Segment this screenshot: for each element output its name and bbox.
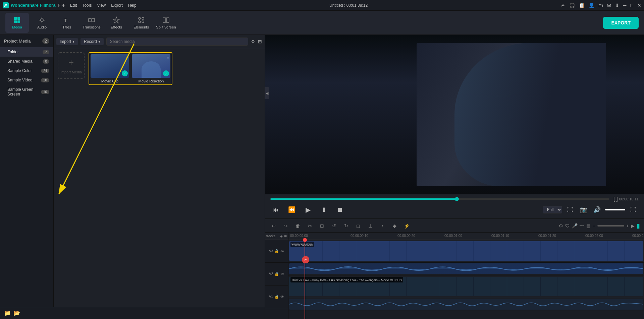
export-button[interactable]: EXPORT	[603, 17, 639, 29]
menu-tools[interactable]: Tools	[82, 3, 92, 8]
nav-item-folder[interactable]: Folder 2	[0, 47, 53, 57]
envelope-icon[interactable]: ✉	[607, 3, 611, 8]
redo-button[interactable]: ↪	[281, 221, 290, 231]
maximize-button[interactable]: □	[631, 3, 633, 8]
mask-button[interactable]: ◻	[354, 221, 363, 231]
undo-button[interactable]: ↩	[269, 221, 278, 231]
arrange-icon[interactable]: ≡	[284, 234, 287, 239]
nav-item-sample-green-screen[interactable]: Sample Green Screen 10	[0, 85, 53, 99]
movie-clip-options-icon[interactable]: ≡	[125, 56, 128, 60]
step-back-button[interactable]: ⏮	[270, 204, 281, 215]
pause-button[interactable]: ⏸	[319, 204, 329, 215]
clipboard-icon[interactable]: 📋	[579, 3, 585, 8]
crop-button[interactable]: ⊡	[317, 221, 327, 231]
menu-file[interactable]: File	[58, 3, 64, 8]
track-v2-label: V2	[269, 272, 273, 276]
bracket-left[interactable]: [	[613, 196, 615, 202]
close-button[interactable]: ✕	[637, 3, 641, 8]
track-row-v2	[288, 263, 644, 275]
nav-item-sample-video[interactable]: Sample Video 20	[0, 75, 53, 85]
sample-color-label: Sample Color	[7, 68, 32, 73]
track-v2-lock-icon[interactable]: 🔒	[274, 272, 279, 276]
menu-help[interactable]: Help	[128, 3, 137, 8]
tab-effects[interactable]: Effects	[105, 13, 128, 33]
titlebar: W Wondershare Filmora File Edit Tools Vi…	[0, 0, 644, 11]
tab-media[interactable]: Media	[5, 13, 29, 33]
import-media-button[interactable]: + Import Media	[58, 52, 85, 79]
import-button[interactable]: Import ▾	[56, 38, 78, 45]
zoom-slider[interactable]	[597, 225, 624, 227]
tab-transitions[interactable]: Transitions	[80, 13, 103, 33]
tl-zoom-out-icon[interactable]: −	[593, 223, 595, 229]
sun-icon[interactable]: ☀	[561, 3, 565, 8]
media-item-movie-reaction[interactable]: ✓ ≡ Movie Reaction	[132, 54, 170, 83]
media-toolbar: Import ▾ Record ▾ ⚙ ⊞	[54, 35, 265, 48]
delete-button[interactable]: 🗑	[293, 221, 303, 231]
back-button[interactable]: ↺	[329, 221, 339, 231]
track-v3-lock-icon[interactable]: 🔒	[274, 249, 279, 253]
scissors-button[interactable]: ✂	[305, 221, 315, 231]
tl-settings-icon[interactable]: ⚙	[559, 223, 563, 229]
play-button[interactable]: ▶	[303, 204, 313, 215]
grid-view-icon[interactable]: ⊞	[258, 39, 262, 44]
tl-play-icon[interactable]: ▶	[631, 223, 635, 229]
quality-select[interactable]: Full 1/2 1/4	[543, 206, 562, 213]
nav-item-sample-color[interactable]: Sample Color 24	[0, 66, 53, 75]
add-track-icon[interactable]: +	[280, 234, 283, 239]
fullscreen-button[interactable]: ⛶	[628, 204, 639, 215]
volume-button[interactable]: 🔊	[592, 204, 602, 215]
volume-slider[interactable]	[605, 209, 625, 210]
mailbox-icon[interactable]: 🗃	[598, 3, 603, 8]
menu-edit[interactable]: Edit	[70, 3, 77, 8]
headphone-icon[interactable]: 🎧	[569, 3, 575, 8]
frame-back-button[interactable]: ⏪	[286, 204, 297, 215]
tab-split-screen[interactable]: Split Screen	[154, 13, 178, 33]
tl-audio-wave-icon[interactable]: 〰	[580, 223, 584, 229]
split-button[interactable]: ⊥	[366, 221, 375, 231]
tab-audio[interactable]: Audio	[30, 13, 54, 33]
bracket-right[interactable]: ]	[616, 196, 618, 202]
track-v1-eye-icon[interactable]: 👁	[280, 295, 284, 299]
track-v1-lock-icon[interactable]: 🔒	[274, 295, 279, 299]
tab-elements[interactable]: Elements	[129, 13, 153, 33]
svg-rect-5	[17, 20, 20, 23]
new-folder-icon[interactable]: 📁	[4, 310, 11, 316]
minimize-button[interactable]: ─	[623, 3, 627, 8]
tab-effects-label: Effects	[111, 25, 122, 29]
media-selection-box: ✓ ≡ Movie Clip	[89, 52, 172, 85]
menu-export[interactable]: Export	[111, 3, 123, 8]
timeline-toolbar: ↩ ↪ 🗑 ✂ ⊡ ↺ ↻ ◻ ⊥ ♪ ◆ ⚡ ⚙ 🛡 🎤 〰 ▤ −	[265, 219, 644, 233]
search-input[interactable]	[106, 38, 248, 46]
tl-zoom-in-icon[interactable]: +	[626, 223, 629, 229]
sample-green-screen-label: Sample Green Screen	[7, 87, 41, 97]
track-v2-eye-icon[interactable]: 👁	[280, 272, 284, 276]
media-item-movie-clip[interactable]: ✓ ≡ Movie Clip	[91, 54, 129, 83]
nav-item-shared-media[interactable]: Shared Media 0	[0, 57, 53, 66]
progress-bar[interactable]	[270, 198, 609, 200]
preview-area	[265, 35, 644, 194]
svg-rect-14	[163, 18, 166, 22]
menu-view[interactable]: View	[97, 3, 106, 8]
sidebar-collapse-button[interactable]: ◀	[265, 87, 269, 99]
tab-titles[interactable]: T Titles	[55, 13, 78, 33]
tab-titles-label: Titles	[62, 25, 71, 29]
record-button[interactable]: Record ▾	[80, 38, 104, 45]
tl-shield-icon[interactable]: 🛡	[565, 223, 570, 229]
keyframe-button[interactable]: ◆	[390, 221, 399, 231]
audio-tool-button[interactable]: ♪	[378, 221, 387, 231]
stop-button[interactable]: ⏹	[335, 204, 345, 215]
forward-button[interactable]: ↻	[341, 221, 351, 231]
project-media-label: Project Media	[4, 39, 31, 44]
screen-fit-button[interactable]: ⛶	[565, 204, 576, 215]
tl-layout-icon[interactable]: ▤	[586, 223, 591, 229]
folder-up-icon[interactable]: 📂	[13, 310, 20, 316]
person-icon[interactable]: 👤	[589, 3, 594, 8]
download-icon[interactable]: ⬇	[615, 3, 619, 8]
tl-mic-icon[interactable]: 🎤	[572, 223, 578, 229]
record-chevron-icon: ▾	[98, 39, 100, 44]
filter-icon[interactable]: ⚙	[251, 39, 255, 44]
clip-speed-button[interactable]: ⚡	[402, 221, 411, 231]
track-v3-eye-icon[interactable]: 👁	[280, 249, 284, 253]
screenshot-button[interactable]: 📷	[578, 204, 589, 215]
movie-reaction-options-icon[interactable]: ≡	[167, 56, 169, 60]
